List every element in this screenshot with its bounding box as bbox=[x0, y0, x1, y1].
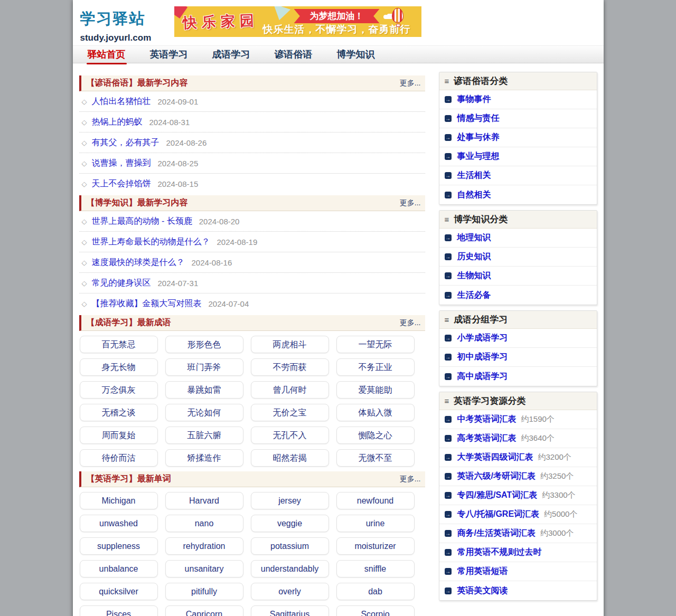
word-button[interactable]: 不劳而获 bbox=[251, 358, 329, 376]
word-button[interactable]: 爱莫能助 bbox=[336, 381, 415, 399]
sidebar-link[interactable]: 初中成语学习 bbox=[457, 352, 508, 363]
article-link[interactable]: 说曹操，曹操到 bbox=[92, 158, 151, 169]
word-button[interactable]: 五脏六腑 bbox=[165, 427, 243, 444]
word-button[interactable]: 无价之宝 bbox=[251, 404, 329, 421]
sidebar-link[interactable]: 小学成语学习 bbox=[457, 333, 508, 344]
word-button[interactable]: rehydration bbox=[165, 537, 243, 555]
word-button[interactable]: unsanitary bbox=[165, 560, 243, 577]
more-link[interactable]: 更多... bbox=[400, 318, 421, 328]
word-button[interactable]: 身无长物 bbox=[80, 358, 158, 376]
word-button[interactable]: 体贴入微 bbox=[336, 404, 415, 421]
word-button[interactable]: 无稽之谈 bbox=[80, 404, 158, 421]
sidebar-link[interactable]: 情感与责任 bbox=[457, 113, 500, 124]
word-button[interactable]: 班门弄斧 bbox=[165, 358, 243, 376]
sidebar-link[interactable]: 历史知识 bbox=[457, 251, 491, 262]
sidebar-box-header: ≡博学知识分类 bbox=[439, 211, 597, 229]
word-button[interactable]: 百无禁忌 bbox=[80, 336, 158, 353]
sidebar-link[interactable]: 生物知识 bbox=[457, 270, 491, 281]
sidebar-link[interactable]: 专四/雅思/SAT词汇表 bbox=[457, 490, 538, 501]
sidebar-item: →生物知识 bbox=[439, 267, 597, 286]
word-button[interactable]: 无微不至 bbox=[336, 449, 415, 467]
article-link[interactable]: 天上不会掉馅饼 bbox=[92, 178, 151, 189]
sidebar-link[interactable]: 常用英语短语 bbox=[457, 566, 508, 577]
sidebar-item: →初中成语学习 bbox=[439, 348, 597, 367]
word-button[interactable]: dab bbox=[336, 583, 415, 600]
article-link[interactable]: 人怕出名猪怕壮 bbox=[92, 96, 151, 107]
word-button[interactable]: 待价而沽 bbox=[80, 449, 158, 467]
sidebar-link[interactable]: 常用英语不规则过去时 bbox=[457, 547, 542, 558]
word-button[interactable]: 两虎相斗 bbox=[251, 336, 329, 353]
nav-item[interactable]: 成语学习 bbox=[210, 45, 252, 63]
word-button[interactable]: 暴跳如雷 bbox=[165, 381, 243, 399]
word-button[interactable]: urine bbox=[336, 515, 415, 532]
word-button[interactable]: 无孔不入 bbox=[251, 427, 329, 444]
sidebar-link[interactable]: 事业与理想 bbox=[457, 151, 500, 162]
more-link[interactable]: 更多... bbox=[400, 475, 421, 484]
word-button[interactable]: 无论如何 bbox=[165, 404, 243, 421]
more-link[interactable]: 更多... bbox=[400, 198, 421, 208]
word-button[interactable]: 曾几何时 bbox=[251, 381, 329, 399]
article-link[interactable]: 热锅上的蚂蚁 bbox=[92, 117, 143, 128]
sidebar-link[interactable]: 处事与休养 bbox=[457, 132, 500, 143]
word-button[interactable]: Scorpio bbox=[336, 605, 415, 616]
sidebar-link[interactable]: 生活相关 bbox=[457, 170, 491, 181]
word-button[interactable]: veggie bbox=[251, 515, 329, 532]
word-button[interactable]: nano bbox=[165, 515, 243, 532]
word-button[interactable]: newfound bbox=[336, 492, 415, 509]
word-button[interactable]: 恻隐之心 bbox=[336, 427, 415, 444]
ad-banner[interactable]: 快乐家园 为梦想加油！ 快乐生活，不懈学习，奋勇前行 bbox=[174, 6, 421, 37]
sidebar-link[interactable]: 大学英语四级词汇表 bbox=[457, 452, 533, 463]
word-button[interactable]: sniffle bbox=[336, 560, 415, 577]
article-date: 2024-08-20 bbox=[199, 217, 240, 226]
article-link[interactable]: 速度最快的球类是什么？ bbox=[92, 257, 185, 268]
sidebar-link[interactable]: 事物事件 bbox=[457, 94, 491, 105]
nav-item[interactable]: 谚语俗语 bbox=[273, 45, 315, 63]
article-link[interactable]: 世界上寿命最长的动物是什么？ bbox=[92, 236, 210, 248]
word-count: 约3000个 bbox=[540, 528, 574, 538]
sidebar-link[interactable]: 高中成语学习 bbox=[457, 371, 508, 382]
article-link[interactable]: 【推荐收藏】金额大写对照表 bbox=[92, 298, 202, 309]
sidebar-box-header: ≡谚语俗语分类 bbox=[439, 72, 597, 90]
word-button[interactable]: 矫揉造作 bbox=[165, 449, 243, 467]
word-button[interactable]: moisturizer bbox=[336, 537, 415, 555]
word-button[interactable]: 昭然若揭 bbox=[251, 449, 329, 467]
word-button[interactable]: jersey bbox=[251, 492, 329, 509]
word-button[interactable]: overly bbox=[251, 583, 329, 600]
sidebar-link[interactable]: 地理知识 bbox=[457, 232, 491, 243]
word-button[interactable]: unbalance bbox=[80, 560, 158, 577]
sidebar-link[interactable]: 自然相关 bbox=[457, 189, 491, 201]
nav-item[interactable]: 驿站首页 bbox=[86, 45, 128, 63]
word-button[interactable]: Harvard bbox=[165, 492, 243, 509]
article-link[interactable]: 有其父，必有其子 bbox=[92, 137, 159, 148]
sidebar-link[interactable]: 英语六级/考研词汇表 bbox=[457, 471, 536, 482]
word-button[interactable]: 周而复始 bbox=[80, 427, 158, 444]
word-button[interactable]: 不务正业 bbox=[336, 358, 415, 376]
article-link[interactable]: 世界上最高的动物 - 长颈鹿 bbox=[92, 216, 192, 227]
sidebar-link[interactable]: 生活必备 bbox=[457, 290, 491, 301]
sidebar-box-title: 成语分组学习 bbox=[454, 314, 508, 326]
sidebar-link[interactable]: 英语美文阅读 bbox=[457, 585, 508, 596]
word-button[interactable]: Michigan bbox=[80, 492, 158, 509]
nav-item[interactable]: 博学知识 bbox=[335, 45, 377, 63]
article-link[interactable]: 常见的健身误区 bbox=[92, 278, 151, 289]
word-button[interactable]: quicksilver bbox=[80, 583, 158, 600]
sidebar-link[interactable]: 高考英语词汇表 bbox=[457, 433, 517, 444]
word-button[interactable]: 万念俱灰 bbox=[80, 381, 158, 399]
nav-item[interactable]: 英语学习 bbox=[148, 45, 190, 63]
sidebar-link[interactable]: 商务/生活英语词汇表 bbox=[457, 528, 536, 539]
word-button[interactable]: unwashed bbox=[80, 515, 158, 532]
sidebar-link[interactable]: 专八/托福/GRE词汇表 bbox=[457, 509, 540, 520]
word-button[interactable]: Sagittarius bbox=[251, 605, 329, 616]
sidebar-link[interactable]: 中考英语词汇表 bbox=[457, 414, 517, 425]
site-logo[interactable]: 学习驿站 study.joyurl.com bbox=[80, 6, 174, 43]
word-button[interactable]: pitifully bbox=[165, 583, 243, 600]
word-button[interactable]: Pisces bbox=[80, 605, 158, 616]
word-button[interactable]: 形形色色 bbox=[165, 336, 243, 353]
sidebar-box-title: 谚语俗语分类 bbox=[454, 75, 508, 87]
word-button[interactable]: 一望无际 bbox=[336, 336, 415, 353]
word-button[interactable]: potassium bbox=[251, 537, 329, 555]
more-link[interactable]: 更多... bbox=[400, 79, 421, 88]
word-button[interactable]: Capricorn bbox=[165, 605, 243, 616]
word-button[interactable]: suppleness bbox=[80, 537, 158, 555]
word-button[interactable]: understandably bbox=[251, 560, 329, 577]
